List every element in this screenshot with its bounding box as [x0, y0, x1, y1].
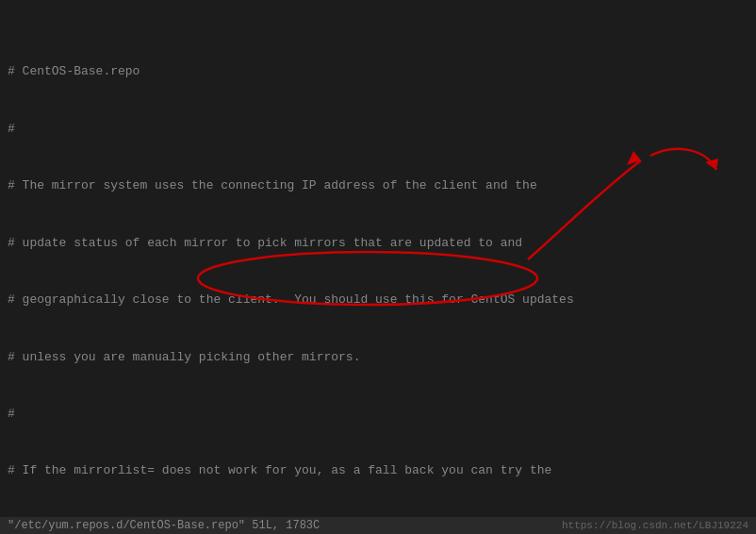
editor-container: # CentOS-Base.repo # # The mirror system…: [0, 0, 756, 534]
status-file-info: "/etc/yum.repos.d/CentOS-Base.repo" 51L,…: [8, 519, 320, 532]
line-7: #: [8, 405, 748, 424]
line-8: # If the mirrorlist= does not work for y…: [8, 461, 748, 480]
code-area: # CentOS-Base.repo # # The mirror system…: [8, 6, 748, 534]
line-5: # geographically close to the client. Yo…: [8, 291, 748, 309]
watermark: https://blog.csdn.net/LBJ19224: [562, 520, 748, 531]
status-bar: "/etc/yum.repos.d/CentOS-Base.repo" 51L,…: [0, 517, 756, 534]
line-4: # update status of each mirror to pick m…: [8, 234, 748, 253]
line-6: # unless you are manually picking other …: [8, 348, 748, 367]
line-1: # CentOS-Base.repo: [8, 62, 748, 81]
line-3: # The mirror system uses the connecting …: [8, 176, 748, 195]
line-2: #: [8, 120, 748, 139]
